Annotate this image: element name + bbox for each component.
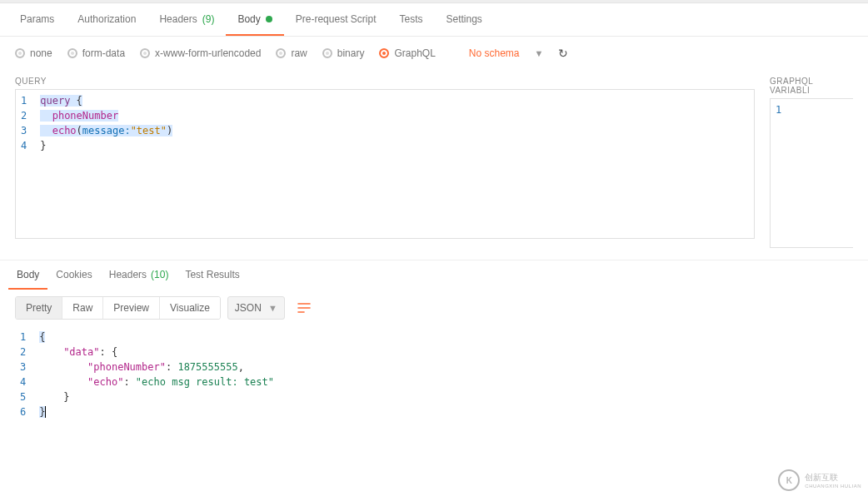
query-editor[interactable]: 1 2 3 4 query { phoneNumber echo(message…	[15, 89, 755, 239]
variables-code[interactable]	[790, 99, 800, 247]
tab-authorization[interactable]: Authorization	[66, 3, 147, 36]
chevron-down-icon[interactable]: ▼	[535, 48, 544, 58]
tab-params[interactable]: Params	[8, 3, 66, 36]
wrap-lines-icon[interactable]	[292, 296, 317, 320]
radio-none[interactable]: none	[15, 47, 52, 59]
resp-tab-cookies[interactable]: Cookies	[47, 260, 100, 290]
variables-editor-column: GRAPHQL VARIABLI 1	[770, 77, 853, 248]
query-code[interactable]: query { phoneNumber echo(message:"test")…	[35, 90, 177, 238]
query-label: QUERY	[15, 77, 755, 86]
refresh-icon[interactable]: ↻	[558, 47, 568, 60]
radio-icon	[379, 48, 389, 58]
view-raw-button[interactable]: Raw	[62, 297, 102, 319]
query-gutter: 1 2 3 4	[16, 90, 35, 238]
chevron-down-icon: ▼	[268, 303, 277, 313]
response-tabs: Body Cookies Headers(10) Test Results	[0, 260, 868, 290]
request-tabs: Params Authorization Headers (9) Body Pr…	[0, 3, 868, 37]
resp-tab-body[interactable]: Body	[8, 260, 47, 290]
tab-body[interactable]: Body	[226, 3, 283, 36]
response-toolbar: Pretty Raw Preview Visualize JSON ▼	[0, 290, 868, 326]
schema-status: No schema	[469, 47, 520, 59]
radio-icon	[322, 48, 332, 58]
format-select[interactable]: JSON ▼	[227, 296, 285, 320]
watermark-logo-icon: K	[778, 469, 800, 491]
tab-tests[interactable]: Tests	[387, 3, 434, 36]
response-body[interactable]: 1 2 3 4 5 6 { "data": { "phoneNumber": 1…	[0, 326, 868, 423]
resp-headers-count-badge: (10)	[151, 269, 168, 280]
tab-headers[interactable]: Headers (9)	[147, 3, 226, 36]
variables-editor[interactable]: 1	[770, 98, 853, 248]
radio-raw[interactable]: raw	[276, 47, 307, 59]
radio-graphql[interactable]: GraphQL	[379, 47, 435, 59]
watermark: K 创新互联 CHUANGXIN HULIAN	[778, 469, 861, 491]
radio-icon	[276, 48, 286, 58]
tab-prerequest[interactable]: Pre-request Script	[284, 3, 388, 36]
radio-icon	[67, 48, 77, 58]
body-type-row: none form-data x-www-form-urlencoded raw…	[0, 37, 868, 70]
variables-gutter: 1	[771, 99, 790, 247]
tab-settings[interactable]: Settings	[435, 3, 494, 36]
view-pretty-button[interactable]: Pretty	[16, 297, 62, 319]
response-gutter: 1 2 3 4 5 6	[15, 326, 34, 423]
headers-count-badge: (9)	[202, 13, 215, 25]
resp-tab-testresults[interactable]: Test Results	[177, 260, 247, 290]
radio-x-www-form-urlencoded[interactable]: x-www-form-urlencoded	[140, 47, 261, 59]
radio-icon	[140, 48, 150, 58]
modified-dot-icon	[266, 16, 272, 22]
variables-label: GRAPHQL VARIABLI	[770, 77, 853, 95]
query-editor-column: QUERY 1 2 3 4 query { phoneNumber echo(m…	[15, 77, 755, 248]
editors-row: QUERY 1 2 3 4 query { phoneNumber echo(m…	[0, 70, 868, 248]
view-preview-button[interactable]: Preview	[102, 297, 159, 319]
radio-icon	[15, 48, 25, 58]
resp-tab-headers[interactable]: Headers(10)	[101, 260, 177, 290]
radio-form-data[interactable]: form-data	[67, 47, 125, 59]
radio-binary[interactable]: binary	[322, 47, 365, 59]
view-visualize-button[interactable]: Visualize	[159, 297, 220, 319]
response-code[interactable]: { "data": { "phoneNumber": 1875555555, "…	[34, 326, 853, 423]
view-mode-group: Pretty Raw Preview Visualize	[15, 296, 221, 320]
